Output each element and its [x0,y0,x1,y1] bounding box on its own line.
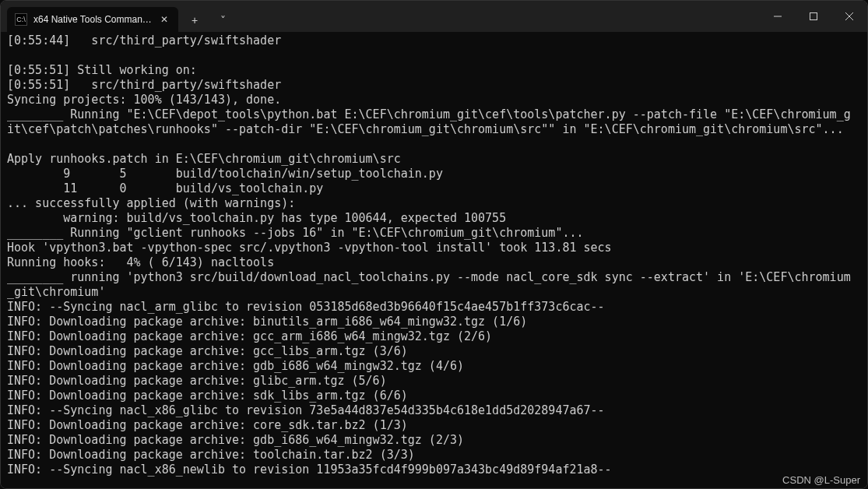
terminal-output[interactable]: [0:55:44] src/third_party/swiftshader [0… [1,32,867,488]
watermark: CSDN @L-Super [782,474,860,486]
maximize-button[interactable] [796,1,831,32]
tab-dropdown-button[interactable]: ˅ [211,9,234,32]
cmd-icon: C:\ [15,13,27,26]
close-window-button[interactable] [831,1,867,32]
tab-strip: C:\ x64 Native Tools Command Pr ✕ + ˅ [1,1,234,32]
minimize-button[interactable] [760,1,796,32]
tab-active[interactable]: C:\ x64 Native Tools Command Pr ✕ [7,7,178,32]
svg-rect-0 [810,13,817,20]
close-tab-button[interactable]: ✕ [158,13,170,26]
tab-title: x64 Native Tools Command Pr [33,14,152,25]
window-controls [760,1,867,32]
titlebar[interactable]: C:\ x64 Native Tools Command Pr ✕ + ˅ [1,1,867,32]
terminal-window: C:\ x64 Native Tools Command Pr ✕ + ˅ [0… [0,0,868,489]
new-tab-button[interactable]: + [183,9,206,32]
